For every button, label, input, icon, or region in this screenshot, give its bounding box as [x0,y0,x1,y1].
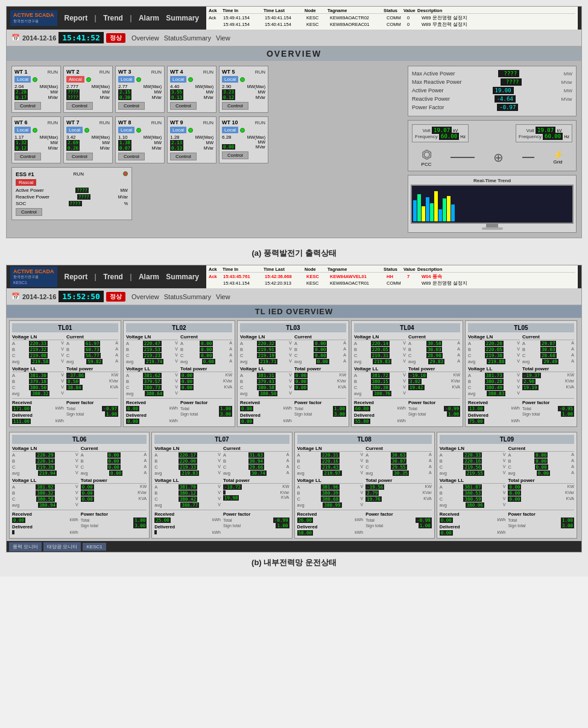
wt8-control-btn[interactable]: Control [118,153,145,160]
date-text: 2014-12-16 [22,34,56,42]
nav-report-b[interactable]: Report [65,273,88,281]
bar4 [426,197,429,221]
wt7-local: Local [66,127,83,133]
grid-diagram: Volt 19.07 kV Frequency 60.00 Hz Volt 19… [408,120,577,171]
wt1-title: WT 1 [14,69,28,75]
tl-card-09: TL09 Voltage LN A220.33V B220.16V C219.5… [437,432,577,539]
pf-val: -0.97 [497,104,518,111]
wt5-control-btn[interactable]: Control [222,102,248,110]
wt9-control-btn[interactable]: Control [170,153,197,160]
time-display-b: 15:52:50 [58,291,104,302]
wt-box-9: WT 9RUN Local 1.28MW(Max) 2.13MW 0.13MVa… [167,116,217,163]
active-label: Active Power [412,87,444,93]
bar2 [417,194,421,221]
date-text-b: 2014-12-16 [22,293,56,300]
toolbar-links-b: Overview StatusSummary View [131,293,230,300]
ess-rt-row: ESS #1 RUN Rascal Active Power????MW Rea… [11,167,403,220]
nav-alarm-b[interactable]: Alarm [139,273,159,281]
alarm-table-a: AckTime InTime LastNodeTagnameStatusValu… [206,7,578,30]
kesc-label: KESC1 [13,280,54,285]
status-summary-link-b[interactable]: StatusSummary [164,293,211,300]
tl-section-title: TL IED OVERVIEW [7,305,581,318]
wt6-indicator [33,128,37,133]
wt-box-1: WT 1RUN Local 2.04MW(Max) 2.28MW 0.17MVa… [11,66,61,113]
view-link[interactable]: View [216,34,230,42]
screenshot-container: ACTIVE SCADA 한국전기연구원 Report | Trend | Al… [0,0,588,577]
header-b: ACTIVE SCADA 한국전기연구원 KESC1 Report | Tren… [7,265,581,288]
wt9-local: Local [170,127,186,133]
wt10-local: Local [222,127,238,133]
wt8-indicator [136,128,141,133]
power-summary: Max Active Power ???? MW Max Reactive Po… [408,66,577,116]
overview-area: WT 1RUN Local 2.04MW(Max) 2.28MW 0.17MVa… [7,61,581,238]
wt6-run: RUN [48,120,58,125]
logo-system: ACTIVE SCADA [13,12,54,19]
wt4-control-btn[interactable]: Control [170,102,197,110]
bar9 [447,196,450,221]
wt4-title: WT 4 [170,69,183,75]
nav-report[interactable]: Report [65,14,88,22]
wt4-local: Local [170,76,186,83]
toolbar-links-a: Overview StatusSummary View [131,34,230,42]
status-button[interactable]: 정상 [106,33,125,43]
wt2-control-btn[interactable]: Control [66,102,93,110]
wt8-local: Local [118,127,134,133]
wt3-run: RUN [151,69,162,75]
wt10-title: WT 10 [222,119,238,125]
max-active-val: ???? [498,70,519,77]
right-panel: Max Active Power ???? MW Max Reactive Po… [408,66,577,233]
date-display: 📅 2014-12-16 15:41:52 정상 [11,32,125,43]
view-link-b[interactable]: View [216,293,230,300]
nav-sep2: | [130,14,131,22]
overview-link[interactable]: Overview [131,34,159,42]
nav-alarm[interactable]: Alarm [139,14,159,22]
wt5-indicator [240,77,245,82]
tl-card-03: TL03 Voltage LN A220.32V B219.91V C219.1… [237,320,349,427]
nav-summary[interactable]: Summary [166,14,199,22]
tl03-title: TL03 [240,323,346,332]
logo-box: ACTIVE SCADA 한국전기연구원 [10,10,57,25]
wt2-indicator [86,77,91,82]
tl-card-05: TL05 Voltage LN A220.20V B220.05V C219.3… [465,320,577,427]
wt-box-8: WT 8RUN Local 1.10MW(Max) 1.38MW 0.07MVa… [115,116,165,163]
overview-link-b[interactable]: Overview [131,293,159,300]
taskbar-item1[interactable]: 풍력 모니터 [9,542,42,551]
toolbar-a: 📅 2014-12-16 15:41:52 정상 Overview Status… [7,30,581,46]
ess-box: ESS #1 RUN Rascal Active Power????MW Rea… [11,167,132,220]
tl-card-07: TL07 Voltage LN A220.17V B220.00V C219.3… [151,432,292,539]
tl09-title: TL09 [440,435,574,444]
status-summary-link[interactable]: StatusSummary [164,34,211,42]
wt3-title: WT 3 [118,69,131,75]
tl-card-01: TL01 Voltage LN A220.33V B219.32V C219.0… [9,320,121,427]
nav-trend-b[interactable]: Trend [103,273,123,281]
nav-trend[interactable]: Trend [103,14,123,22]
ess-title: ESS #1 [16,171,34,177]
calendar-icon: 📅 [11,34,20,42]
wt3-control-btn[interactable]: Control [118,102,145,110]
taskbar-item3[interactable]: KESC1 [83,543,106,551]
monitor-content [412,186,572,223]
status-button-b[interactable]: 정상 [106,292,125,302]
wt-row-1: WT 1RUN Local 2.04MW(Max) 2.28MW 0.17MVa… [11,66,403,113]
wt1-local: Local [14,76,31,83]
section-title-a: OVERVIEW [7,46,581,61]
tl-grid-row1: TL01 Voltage LN A220.33V B219.32V C219.0… [7,318,581,429]
wt2-local: Alocal [66,76,84,83]
ess-control-btn[interactable]: Control [16,208,42,216]
wt5-local: Local [222,76,238,83]
wt-box-6: WT 6RUN Local 1.17MW(Max) 1.32MW 0.12MVa… [11,116,61,163]
nav-summary-b[interactable]: Summary [166,273,199,281]
toolbar-b: 📅 2014-12-16 15:52:50 정상 Overview Status… [7,288,581,305]
wt-box-5: WT 5RUN Local 2.90MW(Max) 3.23MW 0.12MVa… [219,66,268,113]
wt10-run: RUN [255,120,265,125]
wt2-title: WT 2 [66,69,80,75]
tl01-title: TL01 [12,323,118,332]
time-display: 15:41:52 [58,32,104,43]
wt9-indicator [188,128,193,133]
wt1-control-btn[interactable]: Control [14,102,41,110]
wt6-control-btn[interactable]: Control [14,153,41,160]
wt10-control-btn[interactable]: Control [222,151,248,159]
wt7-control-btn[interactable]: Control [66,153,93,160]
tl-card-06: TL06 Voltage LN A220.29V B220.14V C219.3… [9,432,150,539]
taskbar-item2[interactable]: 태양광 모니터 [43,542,81,551]
